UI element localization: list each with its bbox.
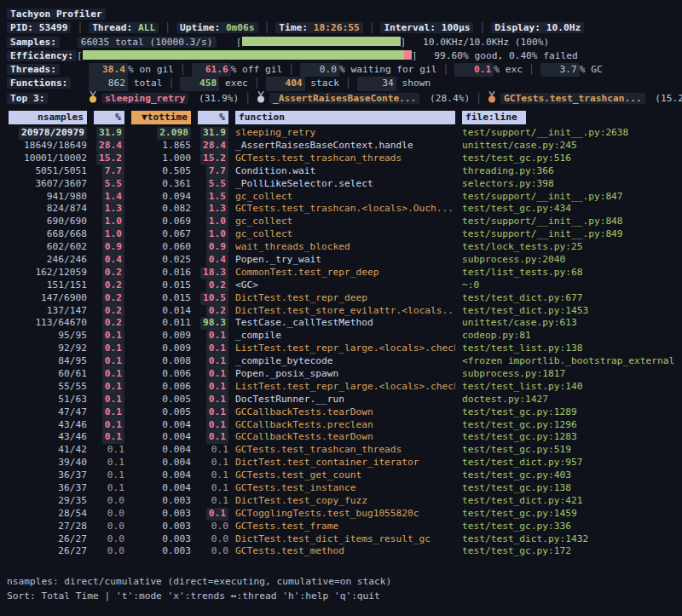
cumulative-percent-cell: 0.1 [198, 469, 228, 482]
tottime-cell: 0.003 [131, 533, 191, 546]
nsamples-cell: 92/92 [9, 343, 87, 355]
nsamples-value: 95/95 [58, 330, 87, 341]
top3-percentage: (31.9%) [193, 93, 239, 104]
direct-percent-value: 0.2 [102, 317, 124, 330]
cumulative-percent-value: 10.5 [200, 292, 228, 305]
tottime-cell: 0.006 [131, 368, 191, 381]
direct-percent-cell: 0.1 [94, 330, 124, 343]
nsamples-value: 43/46 [58, 431, 87, 442]
status-value: 18:26:55 [314, 22, 360, 33]
function-cell: <GC> [235, 279, 455, 292]
direct-percent-value: 0.1 [107, 482, 124, 493]
cumulative-percent-cell: 0.0 [198, 521, 228, 533]
cumulative-percent-cell: 0.1 [198, 495, 228, 508]
efficiency-bar-open-bracket: [ [77, 50, 83, 61]
function-cell: gc_collect [235, 216, 455, 228]
tachyon-profiler-screen: Tachyon Profiler PID: 53499│Thread: ALL│… [0, 0, 682, 616]
tottime-value: 0.009 [162, 343, 191, 354]
tottime-cell: 0.006 [131, 381, 191, 394]
direct-percent-cell: 0.1 [94, 431, 124, 444]
nsamples-value: 36/37 [58, 482, 87, 493]
cumulative-percent-cell: 1.3 [198, 203, 228, 216]
column-header-nsamples[interactable]: nsamples [9, 111, 87, 124]
file-line-cell: test/test_dict.py:957 [462, 457, 675, 469]
file-line-cell: unittest/case.py:245 [462, 140, 675, 153]
nsamples-cell: 43/46 [9, 419, 87, 432]
table-row: 29/350.00.0030.1DictTest.test_copy_fuzzt… [7, 495, 675, 508]
file-line-cell: test/support/__init__.py:848 [462, 216, 675, 228]
table-row: 20978/2097931.92.09831.9sleeping_retryte… [7, 127, 675, 140]
table-row: 824/8741.30.0821.3GCTests.test_trashcan.… [7, 203, 675, 216]
direct-percent-cell: 0.0 [94, 533, 124, 546]
nsamples-value: 824/874 [47, 203, 87, 214]
nsamples-cell: 84/95 [9, 355, 87, 368]
tottime-value: 0.004 [162, 482, 191, 493]
file-line-cell: test/test_gc.py:1296 [462, 419, 675, 432]
column-header-[interactable]: % [198, 111, 228, 124]
table-row: 941/9801.40.0941.5gc_collecttest/support… [7, 191, 675, 204]
tottime-value: 0.361 [162, 178, 191, 189]
file-line-cell: test/support/__init__.py:849 [462, 228, 675, 241]
column-header-tottime[interactable]: ▼tottime [131, 111, 191, 124]
direct-percent-cell: 0.2 [94, 292, 124, 305]
cumulative-percent-cell: 1.0 [198, 228, 228, 241]
tottime-value: 1.865 [162, 140, 191, 151]
nsamples-cell: 602/602 [9, 241, 87, 254]
tottime-cell: 0.003 [131, 495, 191, 508]
tottime-value: 0.003 [162, 545, 191, 556]
top3-function-name: sleeping_retry [101, 93, 188, 104]
tottime-value: 0.003 [162, 521, 191, 532]
separator-icon: │ [180, 64, 186, 75]
tottime-cell: 0.009 [131, 343, 191, 355]
nsamples-cell: 39/40 [9, 457, 87, 469]
tottime-value: 0.004 [162, 431, 191, 442]
column-header-fileline[interactable]: file:line [462, 111, 526, 124]
direct-percent-value: 0.2 [102, 279, 124, 292]
efficiency-bar-close-bracket: ] [412, 50, 418, 61]
direct-percent-value: 0.0 [107, 508, 124, 519]
top3-percentage: (28.4%) [424, 93, 470, 104]
function-cell: GCTests.test_instance [235, 482, 455, 495]
tottime-value: 0.003 [162, 495, 191, 506]
direct-percent-cell: 1.3 [94, 203, 124, 216]
direct-percent-cell: 0.2 [94, 267, 124, 279]
cumulative-percent-value: 98.3 [200, 317, 228, 330]
nsamples-value: 941/980 [47, 191, 87, 202]
cumulative-percent-cell: 0.1 [198, 355, 228, 368]
tottime-value: 0.003 [162, 533, 191, 544]
file-line-cell: selectors.py:398 [462, 178, 675, 191]
tottime-cell: 1.865 [131, 140, 191, 153]
direct-percent-value: 5.5 [102, 178, 124, 191]
direct-percent-value: 7.7 [102, 165, 124, 178]
metric-value: 404 [266, 77, 305, 90]
status-value: 10.0Hz [546, 22, 581, 33]
direct-percent-cell: 0.1 [94, 406, 124, 419]
nsamples-cell: 5051/5051 [9, 165, 87, 178]
nsamples-cell: 55/55 [9, 381, 87, 394]
nsamples-cell: 47/47 [9, 406, 87, 419]
samples-bar-open-bracket: [ [236, 37, 242, 48]
cumulative-percent-cell: 10.5 [198, 292, 228, 305]
cumulative-percent-cell: 0.1 [198, 482, 228, 495]
tottime-cell: 0.015 [131, 292, 191, 305]
direct-percent-value: 0.0 [107, 545, 124, 556]
nsamples-cell: 36/37 [9, 482, 87, 495]
cumulative-percent-cell: 0.4 [198, 254, 228, 267]
function-cell: TestCase._callTestMethod [235, 317, 455, 330]
tottime-cell: 0.009 [131, 330, 191, 343]
table-row: 95/950.10.0090.1_compilecodeop.py:81 [7, 330, 675, 343]
tottime-cell: 0.003 [131, 545, 191, 558]
file-line-cell: test/test_list.py:140 [462, 381, 675, 394]
tottime-cell: 0.005 [131, 406, 191, 419]
status-value: 53499 [39, 22, 68, 33]
metric-value: 34 [357, 77, 396, 90]
column-header-[interactable]: % [94, 111, 124, 124]
direct-percent-cell: 0.1 [94, 419, 124, 432]
column-header-function[interactable]: function [235, 111, 455, 124]
metric-suffix: total [128, 78, 162, 89]
direct-percent-value: 0.1 [102, 394, 124, 406]
file-line-cell: test/test_gc.py:172 [462, 545, 675, 558]
status-segment: Display: 10.0Hz [491, 22, 584, 33]
direct-percent-cell: 0.1 [94, 469, 124, 482]
threads-stats-row: Threads:38.4% on gil│61.6% off gil│0.0% … [7, 63, 675, 77]
